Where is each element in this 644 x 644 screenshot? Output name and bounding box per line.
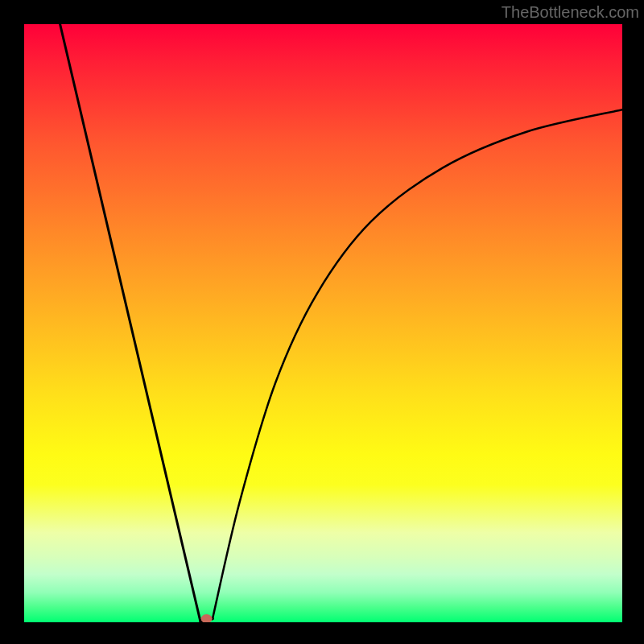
- watermark-text: TheBottleneck.com: [502, 3, 639, 22]
- minimum-marker: [201, 614, 213, 622]
- chart-container: TheBottleneck.com: [0, 0, 644, 644]
- line-left-segment: [60, 24, 201, 622]
- curve-right-segment: [213, 109, 622, 618]
- chart-svg: [24, 24, 622, 622]
